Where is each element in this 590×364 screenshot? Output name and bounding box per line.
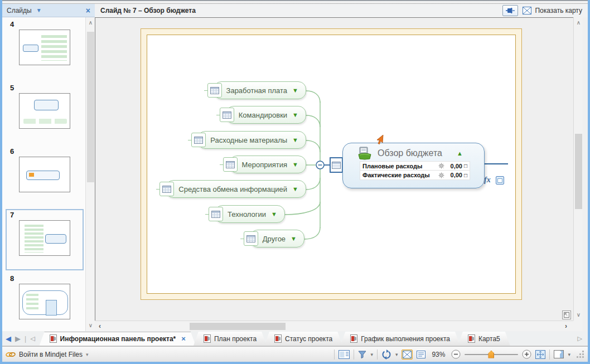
slide-thumbnail[interactable]	[19, 157, 70, 192]
chevron-down-icon[interactable]: ▼	[292, 161, 298, 168]
slide-item[interactable]: 7	[6, 209, 84, 270]
map-topic[interactable]: Мероприятия ▼	[229, 156, 306, 173]
fit-map-button-active[interactable]	[402, 350, 413, 360]
scroll-down-icon[interactable]: ∨	[86, 321, 95, 330]
zoom-in-button[interactable]	[522, 350, 531, 359]
scroll-up-icon[interactable]: ∧	[86, 18, 95, 27]
slide-item[interactable]: 8	[6, 273, 84, 334]
document-tab[interactable]: План проекта ×	[194, 332, 267, 346]
spreadsheet-icon[interactable]	[244, 231, 258, 246]
spreadsheet-icon[interactable]	[191, 133, 206, 147]
spreadsheet-icon[interactable]	[223, 157, 238, 172]
gear-icon[interactable]	[438, 163, 444, 169]
slide-item[interactable]: 4	[6, 18, 84, 80]
document-tab[interactable]: Статус проекта ×	[264, 332, 342, 346]
document-tab[interactable]: Информационная панель проекта* ×	[40, 332, 196, 346]
resize-grip[interactable]	[577, 351, 584, 358]
close-icon[interactable]: ×	[86, 7, 90, 14]
sign-in-button[interactable]: Войти в Mindjet Files ▾	[6, 351, 89, 358]
scrollbar-thumb[interactable]	[190, 323, 286, 330]
spreadsheet-icon[interactable]	[207, 83, 222, 98]
separator	[549, 350, 550, 360]
linked-map-icon[interactable]	[496, 176, 504, 185]
map-document-icon	[204, 334, 211, 343]
scroll-right-icon[interactable]: ›	[561, 322, 571, 330]
map-topic[interactable]: Заработная плата ▼	[214, 81, 306, 99]
window-frame	[0, 362, 590, 364]
map-overview-icon	[523, 7, 531, 14]
presentation-view-button[interactable]	[338, 350, 350, 359]
slide-thumbnail[interactable]	[19, 220, 70, 256]
document-tab[interactable]: График выполнения проекта ×	[340, 332, 460, 346]
show-map-button[interactable]: Показать карту	[523, 7, 582, 14]
chevron-up-icon[interactable]: ▲	[457, 150, 463, 157]
chevron-down-icon[interactable]: ▾	[395, 352, 398, 357]
central-topic[interactable]: Обзор бюджета ▲ Плановые расходы	[342, 143, 485, 188]
chevron-down-icon[interactable]: ▾	[568, 352, 570, 357]
task-panel-button[interactable]	[554, 350, 564, 358]
scroll-left-icon[interactable]: ‹	[95, 322, 105, 330]
chevron-down-icon[interactable]: ▾	[370, 352, 373, 357]
slide-thumbnail[interactable]	[19, 284, 70, 319]
window-frame	[0, 0, 2, 364]
spreadsheet-icon[interactable]	[159, 182, 174, 196]
chevron-down-icon[interactable]: ▼	[292, 111, 298, 118]
slides-scrollbar[interactable]: ∧ ∨	[85, 17, 95, 331]
chevron-down-icon[interactable]: ▼	[292, 186, 298, 192]
map-topic[interactable]: Технологии ▼	[215, 205, 285, 223]
scroll-up-icon[interactable]: ∧	[574, 18, 583, 27]
document-tab[interactable]: Карта5 ×	[458, 332, 510, 346]
zoom-out-button[interactable]	[451, 350, 461, 359]
property-row[interactable]: Фактические расходы 0,00 □	[360, 171, 470, 180]
property-row[interactable]: Плановые расходы 0,00 □	[360, 161, 470, 171]
chevron-down-icon[interactable]: ▼	[271, 211, 277, 217]
chevron-down-icon[interactable]: ▼	[291, 235, 297, 242]
slide-item[interactable]: 6	[6, 145, 84, 207]
separator	[354, 350, 354, 360]
fit-to-window-button[interactable]	[535, 350, 545, 359]
scroll-tabs-right-icon[interactable]: ▷	[578, 335, 588, 346]
slide-canvas: Заработная плата ▼ Командировки ▼	[95, 17, 573, 321]
central-topic-notes-icon[interactable]	[330, 157, 343, 173]
scrollbar-thumb[interactable]	[575, 134, 582, 209]
mindmap-layer: Заработная плата ▼ Командировки ▼	[95, 18, 573, 321]
formula-icon[interactable]: fx	[484, 176, 491, 185]
slides-panel-title: Слайды	[7, 7, 32, 14]
map-topic[interactable]: Средства обмена информацией ▼	[166, 180, 306, 198]
property-label: Фактические расходы	[362, 172, 430, 178]
separator	[334, 350, 335, 360]
scroll-down-icon[interactable]: ∨	[574, 310, 583, 319]
topic-label: Заработная плата	[226, 86, 288, 95]
close-icon[interactable]: ×	[181, 334, 186, 343]
slide-thumbnail[interactable]	[19, 93, 70, 129]
zoom-slider[interactable]	[465, 354, 518, 355]
fit-map-corner-button[interactable]	[562, 310, 571, 319]
filter-button[interactable]	[358, 351, 366, 358]
scrollbar-thumb[interactable]	[87, 32, 94, 182]
topic-label: Мероприятия	[242, 161, 288, 169]
topic-label: Командировки	[239, 111, 287, 119]
slide-thumbnail[interactable]	[19, 30, 70, 65]
chevron-down-icon[interactable]: ▼	[36, 7, 42, 13]
map-topic[interactable]: Другое ▼	[250, 230, 304, 247]
pin-button[interactable]	[502, 5, 518, 16]
separator	[377, 350, 378, 360]
chevron-down-icon[interactable]: ▼	[292, 137, 298, 143]
spreadsheet-icon[interactable]	[220, 108, 234, 122]
zoom-slider-handle[interactable]	[488, 351, 494, 358]
nav-forward-icon[interactable]: ▶	[15, 334, 21, 343]
central-topic-title: Обзор бюджета	[378, 148, 442, 158]
slide-item[interactable]: 5	[6, 82, 84, 143]
spreadsheet-icon[interactable]	[209, 207, 223, 221]
outline-view-button[interactable]	[417, 351, 425, 358]
scroll-tabs-left-icon[interactable]: ◁	[30, 335, 35, 342]
gear-icon[interactable]	[438, 172, 444, 178]
map-topic[interactable]: Командировки ▼	[226, 106, 306, 124]
nav-back-icon[interactable]: ◀	[6, 334, 11, 343]
refresh-view-button[interactable]	[381, 350, 391, 360]
horizontal-scrollbar[interactable]: ‹ ›	[95, 321, 573, 331]
chevron-down-icon[interactable]: ▼	[292, 87, 298, 94]
map-topic[interactable]: Расходные материалы ▼	[197, 131, 306, 149]
zoom-level: 93%	[432, 351, 445, 358]
vertical-scrollbar[interactable]: ∧ ∨	[573, 17, 583, 321]
